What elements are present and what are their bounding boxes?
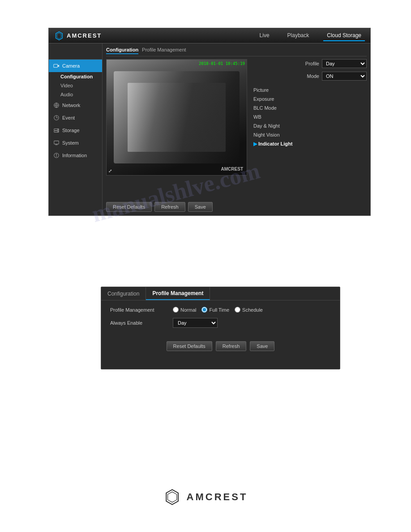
screenshot1-container: AMCREST Live Playback Cloud Storage Came… bbox=[48, 28, 371, 216]
sub-tabs: Configuration Profile Management bbox=[106, 47, 367, 56]
form-area-2: Profile Management Normal Full Time Sche… bbox=[101, 300, 340, 339]
radio-normal-input[interactable] bbox=[173, 307, 179, 313]
main-panel: Configuration Profile Management 2018-01… bbox=[103, 43, 370, 215]
bottom-logo-hex-icon bbox=[163, 488, 181, 506]
menu-item-wb[interactable]: WB bbox=[251, 113, 367, 121]
bottom-logo: AMCREST bbox=[163, 488, 248, 506]
camera-timestamp: 2018-01-01 10:45:19 bbox=[199, 61, 245, 66]
sidebar-information-label: Information bbox=[62, 153, 87, 158]
content-area: Camera Configuration Video Audio Network… bbox=[49, 43, 370, 215]
always-enable-label: Always Enable bbox=[110, 320, 168, 326]
information-icon bbox=[53, 152, 60, 159]
profile-management-row: Profile Management Normal Full Time Sche… bbox=[110, 307, 331, 313]
sidebar-item-camera[interactable]: Camera bbox=[49, 60, 102, 72]
menu-item-picture[interactable]: Picture bbox=[251, 86, 367, 94]
menu-item-indicator-light[interactable]: Indicator Light bbox=[251, 140, 367, 148]
radio-fulltime[interactable]: Full Time bbox=[201, 307, 229, 313]
reset-defaults-button[interactable]: Reset Defaults bbox=[106, 202, 152, 212]
camera-icon bbox=[53, 63, 60, 69]
nav-cloud-storage[interactable]: Cloud Storage bbox=[323, 30, 365, 41]
radio-schedule-label: Schedule bbox=[242, 307, 263, 313]
camera-feed: 2018-01-01 10:45:19 AMCREST ⤢ bbox=[106, 59, 247, 176]
radio-fulltime-input[interactable] bbox=[201, 307, 207, 313]
sidebar-item-storage[interactable]: Storage bbox=[49, 124, 102, 137]
radio-normal-label: Normal bbox=[180, 307, 196, 313]
profile-select[interactable]: Day Night Normal bbox=[322, 59, 367, 68]
always-enable-select[interactable]: Day Night Normal bbox=[173, 318, 218, 328]
reset-defaults-button-2[interactable]: Reset Defaults bbox=[167, 341, 212, 351]
sidebar-section-tabs bbox=[49, 45, 102, 60]
menu-item-blc-mode[interactable]: BLC Mode bbox=[251, 104, 367, 112]
sidebar-item-system[interactable]: System bbox=[49, 137, 102, 149]
menu-item-day-night[interactable]: Day & Night bbox=[251, 122, 367, 130]
svg-rect-11 bbox=[54, 141, 59, 144]
screenshot2-container: Configuration Profile Management Profile… bbox=[101, 287, 340, 369]
logo-text: AMCREST bbox=[67, 32, 102, 39]
sidebar: Camera Configuration Video Audio Network… bbox=[49, 43, 103, 215]
tab-profile-management[interactable]: Profile Management bbox=[142, 47, 186, 54]
svg-rect-2 bbox=[54, 64, 58, 68]
save-button-2[interactable]: Save bbox=[250, 341, 274, 351]
always-enable-row: Always Enable Day Night Normal bbox=[110, 318, 331, 328]
refresh-button-2[interactable]: Refresh bbox=[216, 341, 247, 351]
fullscreen-icon[interactable]: ⤢ bbox=[108, 168, 112, 173]
nav-playback[interactable]: Playback bbox=[284, 30, 313, 41]
sidebar-network-label: Network bbox=[62, 103, 80, 108]
svg-point-10 bbox=[58, 131, 58, 132]
storage-icon bbox=[53, 127, 60, 133]
menu-item-exposure[interactable]: Exposure bbox=[251, 95, 367, 103]
sidebar-system-label: System bbox=[62, 140, 79, 146]
radio-fulltime-label: Full Time bbox=[209, 307, 229, 313]
sidebar-subitem-video[interactable]: Video bbox=[49, 81, 102, 90]
sidebar-item-event[interactable]: Event bbox=[49, 112, 102, 124]
svg-marker-1 bbox=[57, 33, 61, 39]
radio-group: Normal Full Time Schedule bbox=[173, 307, 263, 313]
sidebar-subitem-configuration[interactable]: Configuration bbox=[49, 72, 102, 81]
sidebar-item-information[interactable]: Information bbox=[49, 149, 102, 162]
menu-item-night-vision[interactable]: Night Vision bbox=[251, 131, 367, 139]
mode-select[interactable]: ON OFF bbox=[322, 72, 367, 81]
sidebar-event-label: Event bbox=[62, 115, 75, 120]
pm-label: Profile Management bbox=[110, 307, 168, 313]
tabs-bar-2: Configuration Profile Management bbox=[101, 287, 340, 300]
svg-point-16 bbox=[56, 154, 56, 154]
camera-section: 2018-01-01 10:45:19 AMCREST ⤢ Profile Da… bbox=[106, 59, 367, 199]
nav-live[interactable]: Live bbox=[256, 30, 273, 41]
radio-normal[interactable]: Normal bbox=[173, 307, 196, 313]
camera-settings: Profile Day Night Normal Mode ON OFF bbox=[251, 59, 367, 199]
network-icon bbox=[53, 102, 60, 108]
bottom-logo-text: AMCREST bbox=[187, 491, 248, 503]
sidebar-camera-label: Camera bbox=[62, 63, 80, 69]
settings-menu: Picture Exposure BLC Mode WB Day & Night… bbox=[251, 86, 367, 148]
tab-configuration[interactable]: Configuration bbox=[106, 47, 138, 54]
camera-visual bbox=[107, 60, 247, 175]
svg-point-9 bbox=[58, 129, 58, 130]
radio-schedule-input[interactable] bbox=[235, 307, 240, 313]
amcrest-logo: AMCREST bbox=[54, 31, 102, 41]
system-icon bbox=[53, 140, 60, 146]
top-nav: AMCREST Live Playback Cloud Storage bbox=[49, 28, 370, 43]
logo-hex-icon bbox=[54, 31, 64, 41]
buttons-bar-2: Reset Defaults Refresh Save bbox=[101, 339, 340, 353]
mode-row: Mode ON OFF bbox=[251, 72, 367, 81]
profile-row: Profile Day Night Normal bbox=[251, 59, 367, 68]
tab2-configuration[interactable]: Configuration bbox=[101, 287, 146, 300]
save-button-1[interactable]: Save bbox=[188, 202, 213, 212]
sidebar-subitem-audio[interactable]: Audio bbox=[49, 90, 102, 99]
nav-links: Live Playback Cloud Storage bbox=[256, 30, 365, 41]
sidebar-storage-label: Storage bbox=[62, 128, 80, 133]
sidebar-item-network[interactable]: Network bbox=[49, 99, 102, 112]
svg-marker-18 bbox=[168, 492, 177, 502]
event-icon bbox=[53, 115, 60, 121]
radio-schedule[interactable]: Schedule bbox=[235, 307, 263, 313]
profile-label: Profile bbox=[305, 61, 319, 66]
buttons-bar-1: Reset Defaults Refresh Save bbox=[106, 199, 367, 212]
camera-watermark: AMCREST bbox=[221, 167, 243, 172]
tab2-profile-management[interactable]: Profile Management bbox=[146, 287, 210, 300]
refresh-button-1[interactable]: Refresh bbox=[154, 202, 185, 212]
mode-label: Mode bbox=[307, 73, 319, 79]
